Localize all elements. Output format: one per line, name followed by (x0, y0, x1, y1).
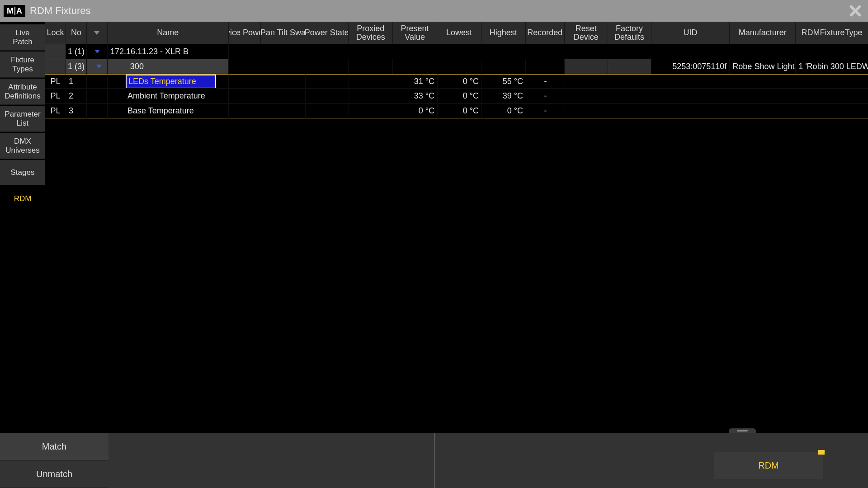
cell-no: 2 (66, 89, 87, 103)
col-device-power[interactable]: vice Powe (229, 22, 261, 44)
col-power-state[interactable]: Power State (305, 22, 349, 44)
col-name[interactable]: Name (108, 22, 229, 44)
sidebar-item-label: Parameter List (5, 110, 40, 127)
app-logo: M A (4, 5, 25, 17)
cell-lock (45, 44, 66, 59)
table-header: Lock No Name vice Powe Pan Tilt Swa Powe… (45, 22, 868, 44)
cell-empty (349, 59, 393, 74)
cell-uid: 5253:0075110f (651, 59, 730, 74)
close-button[interactable] (844, 0, 866, 22)
col-lock[interactable]: Lock (45, 22, 66, 44)
sidebar-item-parameter-list[interactable]: Parameter List (0, 106, 45, 132)
col-rdm-fixture-type[interactable]: RDMFixtureType (796, 22, 868, 44)
cell-recorded: - (526, 74, 565, 89)
table-row[interactable]: PL 1 LEDs Temperature 31 °C 0 °C 55 °C - (45, 74, 868, 89)
title-bar: M A RDM Fixtures (0, 0, 868, 22)
table-row-subgroup[interactable]: 1 (3) 300 5253:0075110f Robe Show Lighti… (45, 59, 868, 74)
cell-empty (261, 89, 306, 103)
drag-handle[interactable] (729, 428, 756, 433)
col-expand[interactable] (87, 22, 108, 44)
cell-empty (393, 59, 437, 74)
col-proxied-devices[interactable]: Proxied Devices (349, 22, 393, 44)
cell-highest: 39 °C (482, 89, 526, 103)
cell-factory[interactable] (608, 59, 651, 74)
cell-reset[interactable] (565, 59, 608, 74)
col-label: Factory Defaults (614, 24, 644, 42)
col-lowest[interactable]: Lowest (437, 22, 481, 44)
cell-present: 33 °C (393, 89, 438, 103)
cell-name: 300 (108, 59, 229, 74)
cell-empty (437, 59, 481, 74)
sidebar: Live Patch Fixture Types Attribute Defin… (0, 22, 45, 433)
chevron-down-icon (94, 50, 100, 53)
sidebar-item-stages[interactable]: Stages (0, 160, 45, 185)
col-no[interactable]: No (66, 22, 87, 44)
window-title: RDM Fixtures (30, 5, 90, 17)
sidebar-item-label: Live Patch (13, 28, 32, 46)
sidebar-item-label: Attribute Definitions (5, 83, 40, 100)
cell-expand[interactable] (87, 59, 108, 74)
sidebar-item-rdm[interactable]: RDM (0, 186, 45, 211)
cell-empty (565, 74, 868, 89)
cell-empty (481, 59, 526, 74)
cell-expand[interactable] (87, 44, 108, 59)
cell-name[interactable]: LEDs Temperature (108, 74, 229, 89)
table-row[interactable]: PL 3 Base Temperature 0 °C 0 °C 0 °C - (45, 104, 868, 119)
col-recorded[interactable]: Recorded (526, 22, 565, 44)
close-icon (849, 5, 862, 17)
cell-empty (305, 59, 349, 74)
col-uid[interactable]: UID (651, 22, 730, 44)
cell-lock (45, 59, 66, 74)
sidebar-item-label: RDM (14, 194, 32, 203)
cell-pl-badge: PL (45, 89, 66, 103)
cell-empty (261, 104, 306, 118)
col-label: Present Value (401, 24, 429, 42)
main-area: Live Patch Fixture Types Attribute Defin… (0, 22, 868, 433)
cell-empty (565, 104, 868, 118)
cell-recorded: - (526, 104, 565, 118)
col-reset-device[interactable]: Reset Device (565, 22, 608, 44)
chevron-down-icon (96, 65, 102, 68)
cell-empty (87, 89, 108, 103)
selected-name-cell[interactable]: LEDs Temperature (126, 75, 216, 89)
cell-no: 1 (66, 74, 87, 89)
unmatch-button[interactable]: Unmatch (0, 460, 108, 488)
cell-empty (306, 74, 349, 89)
col-factory-defaults[interactable]: Factory Defaults (608, 22, 651, 44)
cell-empty (87, 104, 108, 118)
sidebar-item-live-patch[interactable]: Live Patch (0, 24, 45, 51)
chip-indicator-icon (818, 450, 825, 455)
rdm-chip-label: RDM (758, 460, 779, 471)
bottom-left-buttons: Match Unmatch (0, 433, 108, 488)
logo-separator (14, 7, 15, 15)
col-manufacturer[interactable]: Manufacturer (730, 22, 796, 44)
cell-empty (229, 89, 261, 103)
chevron-down-icon (94, 31, 99, 35)
table-row[interactable]: PL 2 Ambient Temperature 33 °C 0 °C 39 °… (45, 89, 868, 104)
cell-highest: 0 °C (482, 104, 526, 118)
sidebar-item-dmx-universes[interactable]: DMX Universes (0, 133, 45, 159)
cell-empty (349, 104, 393, 118)
table-row-group[interactable]: 1 (1) 172.16.11.23 - XLR B (45, 44, 868, 59)
table: Lock No Name vice Powe Pan Tilt Swa Powe… (45, 22, 868, 433)
cell-empty (349, 74, 393, 89)
col-highest[interactable]: Highest (481, 22, 526, 44)
bottom-mid: RDM (108, 433, 868, 488)
col-present-value[interactable]: Present Value (393, 22, 437, 44)
cell-empty (526, 59, 565, 74)
sidebar-item-label: DMX Universes (5, 137, 40, 155)
match-button[interactable]: Match (0, 433, 108, 460)
sidebar-item-fixture-types[interactable]: Fixture Types (0, 52, 45, 78)
cell-empty (261, 74, 306, 89)
grip-icon (737, 430, 748, 432)
col-pan-tilt-swap[interactable]: Pan Tilt Swa (261, 22, 305, 44)
col-label: Reset Device (574, 24, 599, 42)
sidebar-item-label: Fixture Types (11, 56, 34, 73)
sidebar-item-attribute-definitions[interactable]: Attribute Definitions (0, 79, 45, 105)
cell-rft: 1 'Robin 300 LEDWa (796, 59, 868, 74)
cell-empty (565, 89, 868, 103)
cell-empty (306, 89, 349, 103)
rdm-chip[interactable]: RDM (714, 452, 823, 479)
cell-empty (306, 104, 349, 118)
logo-right: A (16, 6, 22, 16)
